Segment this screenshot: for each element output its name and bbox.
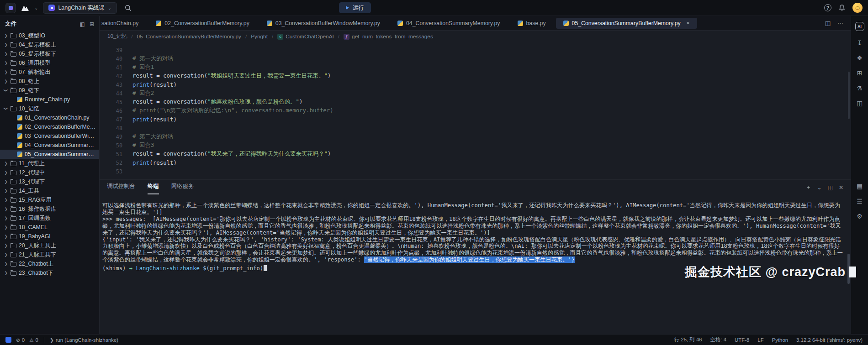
tree-folder-item[interactable]: ❯18_CAMEL [0, 223, 99, 232]
chevron-icon[interactable]: ❯ [4, 225, 8, 230]
chevron-icon[interactable]: ❯ [4, 198, 8, 202]
error-count[interactable]: ⊘ 0 [16, 337, 25, 343]
tree-folder-item[interactable]: ❯22_Chatbot上 [0, 259, 99, 268]
settings-gear-icon[interactable]: ⚙ [857, 213, 863, 220]
chevron-icon[interactable]: ❯ [4, 234, 8, 239]
chevron-icon[interactable]: ❯ [4, 216, 8, 220]
chevron-icon[interactable]: ❯ [4, 207, 8, 211]
statusbar-item[interactable]: 行 25, 列 46 [674, 336, 702, 343]
terminal[interactable]: 可以选择浅粉色带有珠光的那种，系上一个淡紫色的丝带蝴蝶结，这样整个花束就会非常精… [100, 194, 851, 334]
code-line[interactable]: 46# print("\n第二次对话后的记忆:\n", conversation… [100, 106, 851, 115]
chevron-icon[interactable]: ❯ [4, 42, 8, 47]
code-line[interactable]: 39 [100, 46, 851, 54]
breadcrumb-item[interactable]: ƒget_num_tokens_from_messages [344, 33, 433, 40]
breadcrumb-item[interactable]: Pyright [251, 33, 268, 40]
statusbar-item[interactable]: Python [772, 337, 788, 343]
plugin-icon[interactable]: ❖ [857, 55, 863, 61]
chevron-icon[interactable]: ❯ [4, 271, 8, 275]
tree-file-item[interactable]: ❯Rounter_Chain.py [0, 95, 99, 104]
tree-folder-item[interactable]: ❯20_人脉工具上 [0, 241, 99, 250]
editor-tab[interactable]: 04_ConversationSummaryMemory.py [390, 18, 507, 29]
warning-count[interactable]: ⚠ 0 [29, 337, 38, 343]
project-selector[interactable]: LangChain 实战课 ⌄ [43, 2, 117, 14]
ai-chat-icon[interactable]: AI [855, 22, 864, 31]
chevron-icon[interactable]: ❯ [4, 161, 8, 166]
code-line[interactable]: 42result = conversation("我姐姐明天要过生日，我需要一束… [100, 72, 851, 80]
search-icon[interactable] [125, 5, 132, 11]
tree-folder-item[interactable]: ❯14_工具 [0, 186, 99, 195]
tree-folder-item[interactable]: ❯15_RAG应用 [0, 195, 99, 204]
new-terminal-icon[interactable]: ＋ [806, 183, 811, 191]
panel-tab-网络服务[interactable]: 网络服务 [171, 183, 194, 194]
tree-file-item[interactable]: ❯01_ConversationChain.py [0, 113, 99, 122]
help-icon[interactable]: ? [824, 4, 831, 11]
code-line[interactable]: 43print(result) [100, 80, 851, 89]
editor-scrollbar[interactable] [848, 72, 850, 119]
breadcrumb-item[interactable]: cCustomChatOpenAI [277, 33, 334, 40]
tree-folder-item[interactable]: ❯10_记忆 [0, 104, 99, 113]
notifications-bell-icon[interactable] [838, 4, 846, 11]
code-line[interactable]: 53 [100, 167, 851, 176]
services-icon[interactable]: ☰ [857, 198, 863, 204]
tree-folder-item[interactable]: ❯04_提示模板上 [0, 40, 99, 49]
code-line[interactable]: 45result = conversation("她喜欢粉色玫瑰，颜色是粉色的。… [100, 98, 851, 106]
code-line[interactable]: 44# 回合2 [100, 89, 851, 98]
terminal-dropdown-icon[interactable]: ⌄ [817, 184, 822, 191]
fleet-logo-icon[interactable] [21, 5, 29, 11]
code-line[interactable]: 50# 回合3 [100, 141, 851, 150]
code-line[interactable]: 51result = conversation("我又来了，还记得我昨天为什么要… [100, 150, 851, 158]
chevron-icon[interactable]: ❯ [4, 33, 8, 38]
experiments-icon[interactable]: ⚗ [857, 85, 863, 91]
code-line[interactable]: 52print(result) [100, 158, 851, 167]
code-line[interactable]: 40# 第一天的对话 [100, 54, 851, 63]
close-icon[interactable]: ✕ [686, 21, 690, 26]
tree-file-item[interactable]: ❯03_ConversationBufferWindo... [0, 131, 99, 141]
code-line[interactable]: 48 [100, 124, 851, 132]
statusbar-item[interactable]: 3.12.2 64-bit ('shims': pyenv) [796, 337, 863, 343]
chevron-icon[interactable]: ❯ [4, 243, 8, 248]
editor-tab[interactable]: 05_ConversationSummaryBufferMemory.py✕ [556, 18, 697, 29]
terminal-scrollbar[interactable] [847, 254, 850, 284]
statusbar-item[interactable]: LF [757, 337, 763, 343]
tree-file-item[interactable]: ❯04_ConversationSummaryMe... [0, 141, 99, 150]
breadcrumb-item[interactable]: 05_ConversationSummaryBufferMemory.py [137, 33, 241, 40]
download-icon[interactable]: ↧ [857, 40, 863, 46]
chevron-icon[interactable]: ❯ [4, 52, 8, 56]
chevron-icon[interactable]: ❯ [4, 170, 8, 175]
tree-folder-item[interactable]: ❯09_链下 [0, 86, 99, 95]
panel-tab-调试控制台[interactable]: 调试控制台 [107, 183, 135, 194]
tree-folder-item[interactable]: ❯06_调用模型 [0, 58, 99, 68]
chevron-icon[interactable]: ❯ [4, 179, 8, 184]
code-line[interactable]: 49# 第二天的对话 [100, 132, 851, 141]
chevron-icon[interactable]: ❯ [4, 70, 8, 74]
tree-file-item[interactable]: ❯05_ConversationSummaryBuf... [0, 150, 99, 159]
more-actions-icon[interactable]: ⋯ [837, 20, 843, 26]
run-button[interactable]: 运行 [339, 2, 371, 13]
code-line[interactable]: 47print(result) [100, 115, 851, 124]
tree-folder-item[interactable]: ❯23_Chatbot下 [0, 268, 99, 277]
editor-tab[interactable]: sationChain.py [100, 18, 146, 29]
chevron-down-icon[interactable]: ⌄ [34, 5, 38, 10]
chevron-icon[interactable]: ❯ [4, 252, 8, 257]
tree-folder-item[interactable]: ❯16_操作数据库 [0, 204, 99, 214]
tree-folder-item[interactable]: ❯12_代理中 [0, 168, 99, 177]
tree-folder-item[interactable]: ❯03_模型IO [0, 31, 99, 40]
user-avatar[interactable]: ☺ [852, 3, 863, 13]
workspace-icon[interactable] [5, 3, 16, 13]
code-editor[interactable]: 3940# 第一天的对话41# 回合142result = conversati… [100, 42, 851, 179]
chevron-icon[interactable]: ❯ [4, 79, 8, 84]
tree-folder-item[interactable]: ❯07_解析输出 [0, 68, 99, 77]
tree-folder-item[interactable]: ❯11_代理上 [0, 159, 99, 168]
new-file-icon[interactable]: ⊞ [90, 21, 94, 27]
chevron-icon[interactable]: ❯ [4, 261, 8, 266]
tree-folder-item[interactable]: ❯08_链上 [0, 77, 99, 86]
layout-icon[interactable]: ◫ [857, 100, 863, 106]
split-editor-icon[interactable]: ◫ [825, 20, 831, 26]
code-line[interactable]: 41# 回合1 [100, 63, 851, 72]
editor-tab[interactable]: 02_ConversationBufferMemory.py [148, 18, 256, 29]
editor-tab[interactable]: base.py [510, 18, 553, 29]
breadcrumb-item[interactable]: 10_记忆 [107, 33, 127, 40]
tree-folder-item[interactable]: ❯17_回调函数 [0, 214, 99, 223]
tree-file-item[interactable]: ❯02_ConversationBufferMemor... [0, 122, 99, 131]
statusbar-item[interactable]: UTF-8 [735, 337, 749, 343]
